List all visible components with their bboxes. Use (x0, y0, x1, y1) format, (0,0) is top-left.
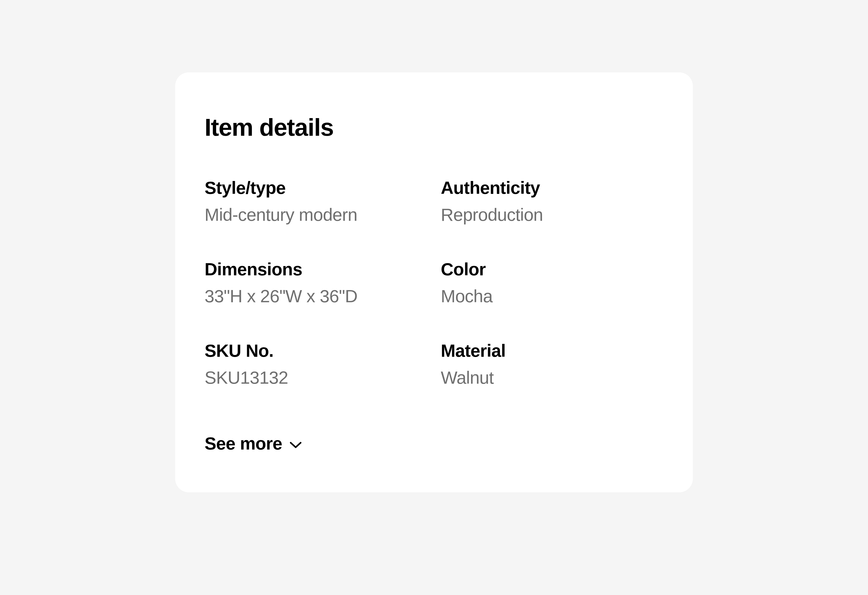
detail-value: Mocha (441, 286, 663, 306)
see-more-button[interactable]: See more (205, 433, 302, 454)
detail-label: Style/type (205, 178, 427, 198)
details-grid: Style/type Mid-century modern Authentici… (205, 178, 663, 388)
detail-style-type: Style/type Mid-century modern (205, 178, 427, 225)
see-more-label: See more (205, 433, 282, 454)
detail-label: Dimensions (205, 259, 427, 280)
card-title: Item details (205, 113, 663, 141)
detail-label: SKU No. (205, 340, 427, 361)
detail-material: Material Walnut (441, 340, 663, 388)
detail-color: Color Mocha (441, 259, 663, 306)
chevron-down-icon (289, 441, 302, 449)
detail-authenticity: Authenticity Reproduction (441, 178, 663, 225)
detail-value: Walnut (441, 367, 663, 388)
item-details-card: Item details Style/type Mid-century mode… (175, 73, 693, 492)
detail-label: Color (441, 259, 663, 280)
detail-label: Authenticity (441, 178, 663, 198)
detail-value: Reproduction (441, 204, 663, 225)
detail-sku: SKU No. SKU13132 (205, 340, 427, 388)
detail-dimensions: Dimensions 33"H x 26"W x 36"D (205, 259, 427, 306)
detail-value: SKU13132 (205, 367, 427, 388)
detail-label: Material (441, 340, 663, 361)
detail-value: 33"H x 26"W x 36"D (205, 286, 427, 306)
detail-value: Mid-century modern (205, 204, 427, 225)
